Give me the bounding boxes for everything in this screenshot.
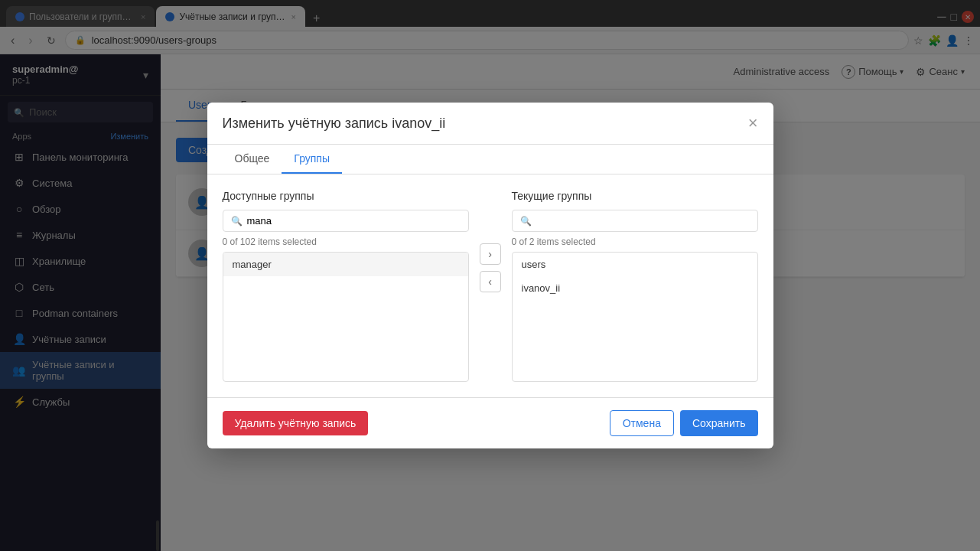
list-item[interactable]: ivanov_ii — [513, 276, 757, 300]
available-search-icon: 🔍 — [231, 216, 243, 227]
available-groups-search: 🔍 — [223, 210, 469, 232]
modal-title: Изменить учётную запись ivanov_ii — [223, 116, 446, 132]
modal-footer: Удалить учётную запись Отмена Сохранить — [207, 397, 773, 448]
current-groups-search: 🔍 — [512, 210, 758, 232]
current-search-icon: 🔍 — [520, 216, 532, 227]
available-groups-list: manager — [223, 252, 469, 382]
delete-account-button[interactable]: Удалить учётную запись — [223, 411, 369, 435]
list-item[interactable]: users — [513, 253, 757, 276]
modal-close-button[interactable]: × — [748, 115, 758, 132]
available-groups-search-input[interactable] — [247, 215, 461, 227]
groups-layout: Доступные группы 🔍 0 of 102 items select… — [223, 190, 758, 382]
modal-tab-groups[interactable]: Группы — [282, 145, 342, 174]
cancel-button[interactable]: Отмена — [610, 410, 674, 436]
transfer-buttons: › ‹ — [469, 243, 512, 292]
current-groups-title: Текущие группы — [512, 190, 758, 202]
modal-body: Доступные группы 🔍 0 of 102 items select… — [207, 174, 773, 397]
modal-tabs: Общее Группы — [207, 145, 773, 174]
transfer-left-button[interactable]: ‹ — [480, 271, 501, 292]
available-groups-title: Доступные группы — [223, 190, 469, 202]
modal-header: Изменить учётную запись ivanov_ii × — [207, 103, 773, 145]
available-groups-count: 0 of 102 items selected — [223, 236, 469, 247]
modal-tab-general[interactable]: Общее — [223, 145, 282, 174]
footer-right-actions: Отмена Сохранить — [610, 410, 758, 436]
list-item[interactable]: manager — [223, 253, 468, 276]
available-groups-panel: Доступные группы 🔍 0 of 102 items select… — [223, 190, 469, 382]
modal-overlay: Изменить учётную запись ivanov_ii × Обще… — [0, 0, 980, 551]
save-button[interactable]: Сохранить — [680, 410, 758, 436]
current-groups-panel: Текущие группы 🔍 0 of 2 items selected u… — [512, 190, 758, 382]
transfer-right-button[interactable]: › — [480, 243, 501, 265]
current-groups-list: users ivanov_ii — [512, 252, 758, 382]
current-groups-count: 0 of 2 items selected — [512, 236, 758, 247]
modal: Изменить учётную запись ivanov_ii × Обще… — [207, 103, 773, 448]
current-groups-search-input[interactable] — [536, 215, 750, 227]
